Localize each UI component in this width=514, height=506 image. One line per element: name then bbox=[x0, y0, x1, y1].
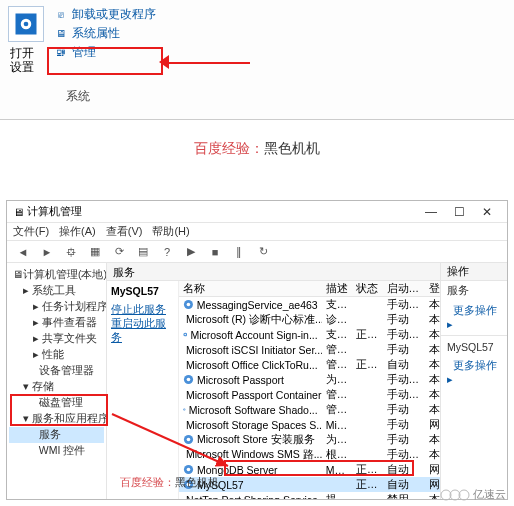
toolbar: ◄ ► ⯐ ▦ ⟳ ▤ ? ▶ ■ ‖ ↻ bbox=[7, 241, 507, 263]
service-row[interactable]: Microsoft (R) 诊断中心标准...诊断...手动本 bbox=[179, 312, 440, 327]
service-icon bbox=[183, 329, 187, 340]
svg-point-14 bbox=[187, 378, 191, 382]
service-row[interactable]: MessagingService_ae463支持...手动(触发...本 bbox=[179, 297, 440, 312]
service-row[interactable]: Microsoft Passport Container管理...手动(触发..… bbox=[179, 387, 440, 402]
service-icon bbox=[183, 374, 194, 385]
annotation-box-tree bbox=[10, 394, 108, 426]
service-detail-pane: MySQL57 停止此服务 重启动此服务 bbox=[107, 281, 179, 499]
link-uninstall[interactable]: ⎚卸载或更改程序 bbox=[54, 6, 156, 23]
actions-pane: 操作 服务 更多操作 ▸ MySQL57 更多操作 ▸ bbox=[441, 263, 507, 499]
tree-wmi[interactable]: WMI 控件 bbox=[9, 443, 104, 459]
col-logon[interactable]: 登 bbox=[425, 282, 440, 296]
up-button[interactable]: ⯐ bbox=[61, 243, 81, 261]
actions-mysql-label: MySQL57 bbox=[441, 338, 507, 356]
service-icon bbox=[183, 404, 186, 415]
annotation-arrow-line bbox=[166, 62, 250, 64]
link-restart-service[interactable]: 重启动此服务 bbox=[111, 317, 174, 345]
service-row[interactable]: Microsoft iSCSI Initiator Ser...管理...手动本 bbox=[179, 342, 440, 357]
svg-point-4 bbox=[187, 303, 191, 307]
tree-services[interactable]: 服务 bbox=[9, 427, 104, 443]
tree-eventviewer[interactable]: ▸ 事件查看器 bbox=[9, 315, 104, 331]
restart-button[interactable]: ↻ bbox=[253, 243, 273, 261]
annotation-box-manage bbox=[47, 47, 163, 75]
tree-devmgr[interactable]: 设备管理器 bbox=[9, 363, 104, 379]
svg-point-8 bbox=[184, 334, 185, 335]
tree-storage[interactable]: ▾ 存储 bbox=[9, 379, 104, 395]
selected-service-name: MySQL57 bbox=[111, 285, 174, 297]
service-row[interactable]: Microsoft Office ClickToRu...管理...正在...自… bbox=[179, 357, 440, 372]
actions-more-2[interactable]: 更多操作 ▸ bbox=[441, 356, 507, 388]
col-desc[interactable]: 描述 bbox=[322, 282, 352, 296]
props-button[interactable]: ▦ bbox=[85, 243, 105, 261]
group-label-system: 系统 bbox=[66, 88, 90, 105]
menu-view[interactable]: 查看(V) bbox=[106, 224, 143, 239]
open-settings-label[interactable]: 打开设置 bbox=[10, 46, 34, 74]
grid-header: 名称 描述 状态 启动类型 登 bbox=[179, 281, 440, 297]
nav-tree: 🖥计算机管理(本地) ▸ 系统工具 ▸ 任务计划程序 ▸ 事件查看器 ▸ 共享文… bbox=[7, 263, 107, 499]
window-title: 计算机管理 bbox=[27, 204, 82, 219]
tree-systools[interactable]: ▸ 系统工具 bbox=[9, 283, 104, 299]
service-icon bbox=[183, 464, 194, 475]
refresh-button[interactable]: ⟳ bbox=[109, 243, 129, 261]
svg-point-18 bbox=[184, 409, 185, 410]
minimize-button[interactable]: — bbox=[417, 205, 445, 219]
menu-help[interactable]: 帮助(H) bbox=[152, 224, 189, 239]
menu-file[interactable]: 文件(F) bbox=[13, 224, 49, 239]
service-icon bbox=[183, 434, 194, 445]
tree-scheduler[interactable]: ▸ 任务计划程序 bbox=[9, 299, 104, 315]
col-name[interactable]: 名称 bbox=[179, 282, 322, 296]
actions-heading: 操作 bbox=[441, 263, 507, 281]
service-row[interactable]: Microsoft Passport为用...手动(触发...本 bbox=[179, 372, 440, 387]
help-button[interactable]: ? bbox=[157, 243, 177, 261]
pause-button[interactable]: ‖ bbox=[229, 243, 249, 261]
app-icon-small: 🖥 bbox=[13, 206, 24, 218]
window-titlebar: 🖥 计算机管理 — ☐ ✕ bbox=[7, 201, 507, 223]
credit-text-bottom: 百度经验：黑色机机 bbox=[120, 475, 219, 490]
gear-icon bbox=[12, 10, 40, 38]
actions-more-1[interactable]: 更多操作 ▸ bbox=[441, 301, 507, 333]
service-row[interactable]: Microsoft Storage Spaces S...Micr...手动网 bbox=[179, 417, 440, 432]
col-startup[interactable]: 启动类型 bbox=[383, 282, 426, 296]
back-button[interactable]: ◄ bbox=[13, 243, 33, 261]
control-panel-top: ⎚卸载或更改程序 🖥系统属性 🖳管理 打开设置 系统 bbox=[0, 0, 514, 120]
svg-point-22 bbox=[187, 438, 191, 442]
uninstall-icon: ⎚ bbox=[54, 8, 68, 22]
computer-management-window: 🖥 计算机管理 — ☐ ✕ 文件(F) 操作(A) 查看(V) 帮助(H) ◄ … bbox=[6, 200, 508, 500]
maximize-button[interactable]: ☐ bbox=[445, 205, 473, 219]
service-row[interactable]: Microsoft Store 安装服务为 M...手动本 bbox=[179, 432, 440, 447]
menu-action[interactable]: 操作(A) bbox=[59, 224, 96, 239]
service-icon bbox=[183, 299, 194, 310]
credit-text-mid: 百度经验：黑色机机 bbox=[0, 120, 514, 178]
close-button[interactable]: ✕ bbox=[473, 205, 501, 219]
col-status[interactable]: 状态 bbox=[352, 282, 382, 296]
services-heading: 服务 bbox=[107, 263, 440, 281]
watermark-logo: 亿速云 bbox=[440, 487, 506, 502]
tree-perf[interactable]: ▸ 性能 bbox=[9, 347, 104, 363]
tree-root[interactable]: 🖥计算机管理(本地) bbox=[9, 267, 104, 283]
service-row[interactable]: NetTcp Port Sharing Service提供...禁用本 bbox=[179, 492, 440, 499]
link-sysprop[interactable]: 🖥系统属性 bbox=[54, 25, 156, 42]
settings-tile[interactable] bbox=[8, 6, 44, 42]
service-row[interactable]: Microsoft Software Shado...管理...手动本 bbox=[179, 402, 440, 417]
play-button[interactable]: ▶ bbox=[181, 243, 201, 261]
svg-point-2 bbox=[24, 22, 29, 27]
service-row[interactable]: Microsoft Account Sign-in...支持...正在...手动… bbox=[179, 327, 440, 342]
annotation-arrow-head bbox=[159, 55, 169, 69]
export-button[interactable]: ▤ bbox=[133, 243, 153, 261]
forward-button[interactable]: ► bbox=[37, 243, 57, 261]
stop-button[interactable]: ■ bbox=[205, 243, 225, 261]
actions-services-label: 服务 bbox=[441, 281, 507, 301]
svg-point-26 bbox=[187, 468, 191, 472]
link-stop-service[interactable]: 停止此服务 bbox=[111, 303, 174, 317]
annotation-box-row bbox=[224, 460, 414, 476]
menu-bar: 文件(F) 操作(A) 查看(V) 帮助(H) bbox=[7, 223, 507, 241]
tree-shared[interactable]: ▸ 共享文件夹 bbox=[9, 331, 104, 347]
monitor-icon: 🖥 bbox=[54, 27, 68, 41]
